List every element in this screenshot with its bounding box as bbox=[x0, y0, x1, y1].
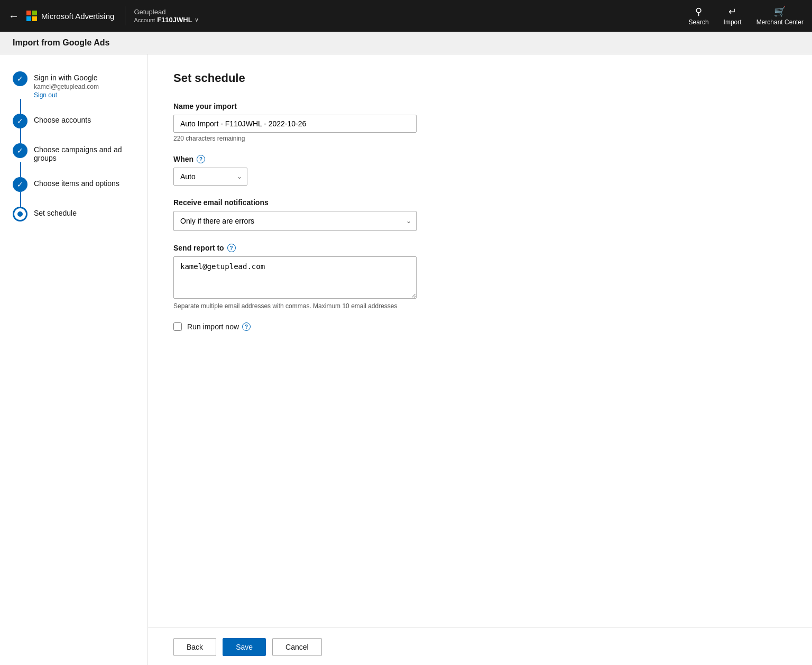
notifications-group: Receive email notifications Only if ther… bbox=[173, 198, 787, 231]
account-id-row[interactable]: Account F110JWHL ∨ bbox=[134, 16, 198, 24]
step-content-set-schedule: Set schedule bbox=[34, 207, 77, 217]
step-connector-1 bbox=[20, 99, 21, 114]
top-navigation: ← Microsoft Advertising Getuplead Accoun… bbox=[0, 0, 812, 32]
step-subtitle-sign-in: kamel@getuplead.com bbox=[34, 83, 99, 90]
step-item-choose-campaigns: ✓ Choose campaigns and ad groups bbox=[13, 143, 135, 177]
step-title-sign-in: Sign in with Google bbox=[34, 73, 99, 82]
char-remaining: 220 characters remaining bbox=[173, 135, 787, 142]
step-content-choose-accounts: Choose accounts bbox=[34, 114, 91, 124]
step-icon-choose-campaigns: ✓ bbox=[13, 143, 27, 158]
microsoft-logo bbox=[26, 11, 37, 21]
back-button[interactable]: Back bbox=[173, 638, 216, 656]
report-email-textarea[interactable]: kamel@getuplead.com bbox=[173, 256, 417, 299]
content-wrapper: Set schedule Name your import 220 charac… bbox=[148, 54, 812, 665]
step-connector-4 bbox=[20, 192, 21, 207]
step-content-choose-items: Choose items and options bbox=[34, 177, 119, 188]
step-title-set-schedule: Set schedule bbox=[34, 209, 77, 217]
run-import-text: Run import now bbox=[187, 322, 239, 331]
report-label: Send report to bbox=[173, 244, 224, 252]
chevron-down-icon[interactable]: ∨ bbox=[195, 16, 199, 23]
merchant-center-label: Merchant Center bbox=[756, 19, 804, 26]
search-label: Search bbox=[689, 19, 709, 26]
cancel-button[interactable]: Cancel bbox=[272, 638, 322, 656]
step-icon-choose-accounts: ✓ bbox=[13, 114, 27, 128]
merchant-center-icon: 🛒 bbox=[774, 6, 786, 17]
import-nav-button[interactable]: ↵ Import bbox=[724, 6, 742, 26]
run-import-help-icon[interactable]: ? bbox=[242, 322, 251, 331]
step-row-set-schedule: Set schedule bbox=[13, 207, 135, 221]
step-item-choose-items: ✓ Choose items and options bbox=[13, 177, 135, 207]
when-label-row: When ? bbox=[173, 155, 787, 163]
when-label: When bbox=[173, 155, 193, 163]
save-button[interactable]: Save bbox=[223, 638, 266, 656]
sidebar: ✓ Sign in with Google kamel@getuplead.co… bbox=[0, 54, 148, 665]
back-button[interactable]: ← bbox=[8, 11, 19, 21]
brand-name: Microsoft Advertising bbox=[41, 12, 114, 21]
search-nav-button[interactable]: ⚲ Search bbox=[689, 6, 709, 26]
name-import-label: Name your import bbox=[173, 102, 787, 110]
main-layout: ✓ Sign in with Google kamel@getuplead.co… bbox=[0, 54, 812, 665]
form-footer: Back Save Cancel bbox=[148, 627, 812, 665]
account-label: Account bbox=[134, 17, 155, 23]
run-import-checkbox[interactable] bbox=[173, 322, 182, 331]
notifications-select[interactable]: Only if there are errors Always Never bbox=[173, 211, 417, 231]
notifications-select-wrapper: Only if there are errors Always Never ⌄ bbox=[173, 211, 417, 231]
account-code: F110JWHL bbox=[157, 16, 192, 24]
report-to-group: Send report to ? kamel@getuplead.com Sep… bbox=[173, 244, 787, 310]
step-connector-3 bbox=[20, 162, 21, 177]
notifications-label: Receive email notifications bbox=[173, 198, 787, 207]
step-item-sign-in: ✓ Sign in with Google kamel@getuplead.co… bbox=[13, 71, 135, 114]
when-select-wrapper: Auto Now Daily Weekly Monthly ⌄ bbox=[173, 168, 247, 186]
sign-out-link[interactable]: Sign out bbox=[34, 91, 57, 99]
nav-actions: ⚲ Search ↵ Import 🛒 Merchant Center bbox=[689, 6, 804, 26]
step-item-choose-accounts: ✓ Choose accounts bbox=[13, 114, 135, 143]
step-row-sign-in: ✓ Sign in with Google kamel@getuplead.co… bbox=[13, 71, 135, 99]
report-help-icon[interactable]: ? bbox=[227, 244, 236, 252]
report-hint: Separate multiple email addresses with c… bbox=[173, 302, 417, 310]
when-select[interactable]: Auto Now Daily Weekly Monthly bbox=[173, 168, 247, 186]
search-icon: ⚲ bbox=[695, 6, 702, 17]
step-content-choose-campaigns: Choose campaigns and ad groups bbox=[34, 143, 135, 162]
account-company: Getuplead bbox=[134, 8, 198, 16]
run-import-label[interactable]: Run import now ? bbox=[187, 322, 251, 331]
page-header: Import from Google Ads bbox=[0, 32, 812, 54]
name-import-group: Name your import 220 characters remainin… bbox=[173, 102, 787, 142]
step-list: ✓ Sign in with Google kamel@getuplead.co… bbox=[13, 71, 135, 221]
step-row-choose-items: ✓ Choose items and options bbox=[13, 177, 135, 192]
import-icon: ↵ bbox=[728, 6, 736, 17]
report-label-row: Send report to ? bbox=[173, 244, 787, 252]
step-item-set-schedule: Set schedule bbox=[13, 207, 135, 221]
nav-divider bbox=[125, 6, 125, 25]
step-row-choose-campaigns: ✓ Choose campaigns and ad groups bbox=[13, 143, 135, 162]
when-help-icon[interactable]: ? bbox=[197, 155, 205, 163]
step-icon-sign-in: ✓ bbox=[13, 71, 27, 86]
form-section-title: Set schedule bbox=[173, 71, 787, 85]
run-import-row: Run import now ? bbox=[173, 322, 787, 331]
account-info: Getuplead Account F110JWHL ∨ bbox=[134, 8, 198, 24]
name-import-input[interactable] bbox=[173, 115, 417, 133]
step-title-choose-items: Choose items and options bbox=[34, 179, 119, 188]
run-import-group: Run import now ? bbox=[173, 322, 787, 331]
merchant-center-nav-button[interactable]: 🛒 Merchant Center bbox=[756, 6, 804, 26]
step-connector-2 bbox=[20, 128, 21, 143]
content-area: Set schedule Name your import 220 charac… bbox=[148, 54, 812, 627]
step-title-choose-accounts: Choose accounts bbox=[34, 116, 91, 124]
step-content-sign-in: Sign in with Google kamel@getuplead.com … bbox=[34, 71, 99, 99]
import-label: Import bbox=[724, 19, 742, 26]
step-icon-set-schedule bbox=[13, 207, 27, 221]
step-icon-choose-items: ✓ bbox=[13, 177, 27, 192]
step-title-choose-campaigns: Choose campaigns and ad groups bbox=[34, 145, 135, 162]
step-row-choose-accounts: ✓ Choose accounts bbox=[13, 114, 135, 128]
page-title: Import from Google Ads bbox=[13, 38, 799, 48]
when-group: When ? Auto Now Daily Weekly Monthly ⌄ bbox=[173, 155, 787, 186]
